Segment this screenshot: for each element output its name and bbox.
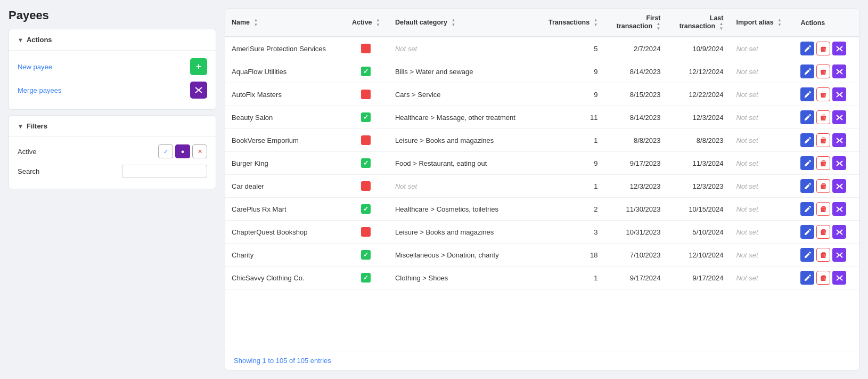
filters-body: Active ✓ ● ✕ Search <box>9 136 216 189</box>
cell-import-alias: Not set <box>730 175 794 198</box>
cell-active <box>343 221 389 244</box>
cell-active: ✓ <box>343 60 389 83</box>
cell-import-alias: Not set <box>730 106 794 129</box>
col-first-transaction[interactable]: Firsttransaction ▲▼ <box>604 9 667 37</box>
actions-header[interactable]: ▼ Actions <box>9 29 216 50</box>
table-row: AmeriSure Protection ServicesNot set52/7… <box>225 37 859 60</box>
col-active[interactable]: Active ▲▼ <box>343 9 389 37</box>
edit-button[interactable] <box>800 225 814 239</box>
active-yes-indicator: ✓ <box>361 273 371 283</box>
edit-button[interactable] <box>800 133 814 147</box>
merge-row-button[interactable] <box>832 64 846 78</box>
delete-button[interactable] <box>816 64 830 78</box>
merge-payees-button[interactable] <box>190 82 207 99</box>
cell-first-transaction: 8/8/2023 <box>604 129 667 152</box>
cell-category: Leisure > Books and magazines <box>389 129 536 152</box>
active-filter-dot-button[interactable]: ● <box>175 144 190 158</box>
search-row: Search <box>18 162 207 181</box>
edit-button[interactable] <box>800 271 814 285</box>
merge-row-button[interactable] <box>832 225 846 239</box>
table-row: ChicSavvy Clothing Co.✓Clothing > Shoes1… <box>225 267 859 289</box>
active-filter-x-button[interactable]: ✕ <box>192 144 207 158</box>
merge-row-button[interactable] <box>832 248 846 262</box>
merge-row-button[interactable] <box>832 271 846 285</box>
merge-row-button[interactable] <box>832 133 846 147</box>
cell-name: Car dealer <box>225 175 343 198</box>
merge-row-button[interactable] <box>832 87 846 101</box>
delete-button[interactable] <box>816 225 830 239</box>
delete-button[interactable] <box>816 42 830 55</box>
cell-transactions: 9 <box>536 152 604 175</box>
delete-button[interactable] <box>816 202 830 216</box>
actions-body: New payee + Merge payees <box>9 50 216 109</box>
merge-row-button[interactable] <box>832 110 846 124</box>
edit-button[interactable] <box>800 156 814 170</box>
col-last-transaction[interactable]: Lasttransaction ▲▼ <box>667 9 730 37</box>
edit-button[interactable] <box>800 64 814 78</box>
cell-transactions: 1 <box>536 175 604 198</box>
merge-payees-link[interactable]: Merge payees <box>18 86 61 94</box>
merge-row-button[interactable] <box>832 156 846 170</box>
delete-button[interactable] <box>816 179 830 193</box>
cell-last-transaction: 12/3/2023 <box>667 175 730 198</box>
active-filter-label: Active <box>18 148 44 156</box>
col-name[interactable]: Name ▲▼ <box>225 9 343 37</box>
col-transactions[interactable]: Transactions ▲▼ <box>536 9 604 37</box>
sort-name-icon: ▲▼ <box>254 18 258 27</box>
edit-button[interactable] <box>800 42 814 55</box>
cell-category: Bills > Water and sewage <box>389 60 536 83</box>
filters-header[interactable]: ▼ Filters <box>9 116 216 136</box>
cell-last-transaction: 10/15/2024 <box>667 198 730 221</box>
cell-first-transaction: 11/30/2023 <box>604 198 667 221</box>
edit-button[interactable] <box>800 110 814 124</box>
active-filter-check-button[interactable]: ✓ <box>158 144 173 158</box>
cell-active <box>343 129 389 152</box>
merge-payees-row: Merge payees <box>18 78 207 102</box>
edit-button[interactable] <box>800 248 814 262</box>
cell-name: AutoFix Masters <box>225 83 343 106</box>
cell-active <box>343 83 389 106</box>
table-footer: Showing 1 to 105 of 105 entries <box>225 351 859 370</box>
cell-category: Leisure > Books and magazines <box>389 221 536 244</box>
cell-active: ✓ <box>343 267 389 289</box>
cell-last-transaction: 12/12/2024 <box>667 60 730 83</box>
search-input[interactable] <box>122 165 207 178</box>
table-row: AquaFlow Utilities✓Bills > Water and sew… <box>225 60 859 83</box>
sort-first-transaction-icon: ▲▼ <box>657 22 661 31</box>
edit-button[interactable] <box>800 87 814 101</box>
filters-section: ▼ Filters Active ✓ ● ✕ Search <box>9 115 216 189</box>
cell-name: Charity <box>225 244 343 267</box>
active-no-indicator <box>361 44 371 53</box>
active-filter-controls: ✓ ● ✕ <box>158 144 207 158</box>
page-title: Payees <box>9 9 216 22</box>
new-payee-button[interactable]: + <box>190 58 207 75</box>
cell-row-actions <box>794 175 859 198</box>
delete-button[interactable] <box>816 271 830 285</box>
delete-button[interactable] <box>816 110 830 124</box>
delete-button[interactable] <box>816 156 830 170</box>
cell-transactions: 5 <box>536 37 604 60</box>
merge-row-button[interactable] <box>832 179 846 193</box>
col-default-category[interactable]: Default category ▲▼ <box>389 9 536 37</box>
actions-chevron-icon: ▼ <box>18 37 23 43</box>
active-no-indicator <box>361 227 371 237</box>
cell-name: ChapterQuest Bookshop <box>225 221 343 244</box>
new-payee-link[interactable]: New payee <box>18 63 52 71</box>
cell-transactions: 9 <box>536 60 604 83</box>
active-no-indicator <box>361 135 371 145</box>
edit-button[interactable] <box>800 202 814 216</box>
edit-button[interactable] <box>800 179 814 193</box>
delete-button[interactable] <box>816 87 830 101</box>
cell-first-transaction: 7/10/2023 <box>604 244 667 267</box>
cell-row-actions <box>794 152 859 175</box>
cell-import-alias: Not set <box>730 37 794 60</box>
merge-row-button[interactable] <box>832 42 846 55</box>
actions-section: ▼ Actions New payee + Merge payees <box>9 29 216 110</box>
col-import-alias[interactable]: Import alias ▲▼ <box>730 9 794 37</box>
cell-transactions: 3 <box>536 221 604 244</box>
col-actions: Actions <box>794 9 859 37</box>
merge-row-button[interactable] <box>832 202 846 216</box>
delete-button[interactable] <box>816 248 830 262</box>
delete-button[interactable] <box>816 133 830 147</box>
cell-row-actions <box>794 60 859 83</box>
